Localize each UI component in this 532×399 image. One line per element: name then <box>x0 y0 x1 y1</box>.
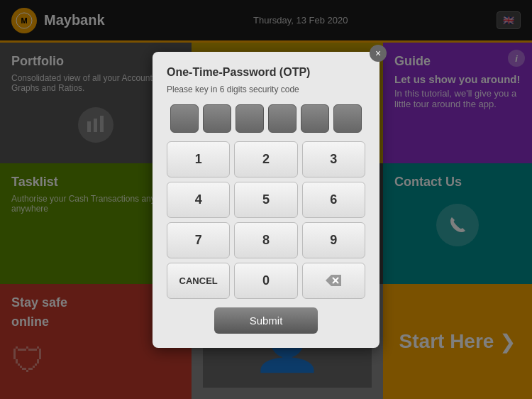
modal-title: One-Time-Password (OTP) <box>167 66 365 79</box>
modal-subtitle: Please key in 6 digits security code <box>167 84 365 94</box>
otp-box-2[interactable] <box>203 104 231 133</box>
numpad-6[interactable]: 6 <box>302 182 365 218</box>
submit-row: Submit <box>167 307 365 334</box>
otp-box-1[interactable] <box>170 104 199 133</box>
numpad: 1 2 3 4 5 6 7 8 9 CANCEL 0 <box>167 141 365 299</box>
numpad-3[interactable]: 3 <box>302 141 365 177</box>
svg-marker-5 <box>326 275 341 286</box>
numpad-4[interactable]: 4 <box>167 182 230 218</box>
otp-box-3[interactable] <box>235 104 264 133</box>
numpad-2[interactable]: 2 <box>234 141 297 177</box>
numpad-1[interactable]: 1 <box>167 141 230 177</box>
otp-boxes <box>167 104 365 133</box>
otp-box-4[interactable] <box>268 104 297 133</box>
numpad-9[interactable]: 9 <box>302 222 365 258</box>
otp-box-5[interactable] <box>301 104 329 133</box>
numpad-7[interactable]: 7 <box>167 222 230 258</box>
numpad-8[interactable]: 8 <box>234 222 297 258</box>
submit-button[interactable]: Submit <box>214 307 318 334</box>
modal-overlay: × One-Time-Password (OTP) Please key in … <box>0 0 532 399</box>
numpad-cancel[interactable]: CANCEL <box>167 263 230 299</box>
otp-modal: × One-Time-Password (OTP) Please key in … <box>153 52 379 348</box>
modal-close-button[interactable]: × <box>370 45 387 62</box>
otp-box-6[interactable] <box>333 104 362 133</box>
numpad-delete[interactable] <box>302 263 365 299</box>
numpad-5[interactable]: 5 <box>234 182 297 218</box>
numpad-0[interactable]: 0 <box>234 263 297 299</box>
